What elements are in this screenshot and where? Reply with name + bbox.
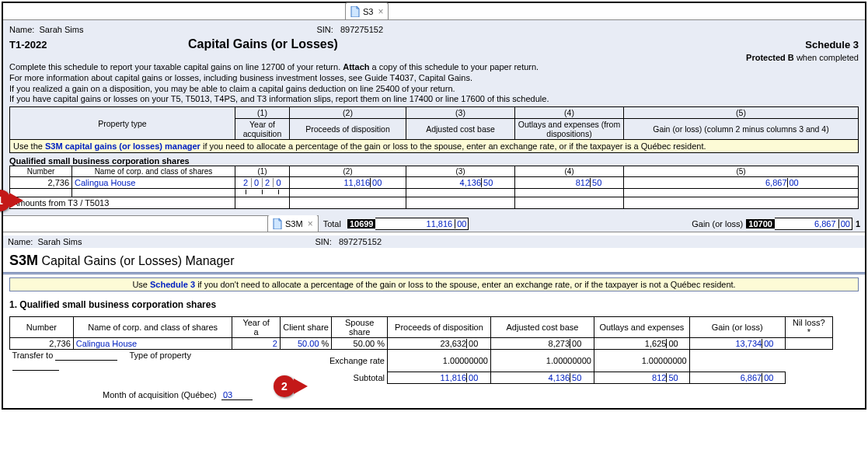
nil-loss-field[interactable] [785,338,832,350]
gain-loss-label: Gain (or loss) [692,219,743,228]
corp-name[interactable]: Calingua House [72,177,235,189]
link-s3m-manager[interactable]: S3M capital gains (or losses) manager [45,141,200,151]
tab-bar-lower: S3M × Total 10699 11,816 00 Gain (or los… [3,215,865,232]
yoa-field[interactable]: 2 [232,338,280,350]
year-field[interactable]: 2020 [238,178,287,187]
month-label: Month of acquisition (Québec) [103,390,217,399]
spouse-share-field[interactable]: 50.00 % [332,338,388,350]
exch1[interactable]: 1.00000000 [387,350,490,372]
close-icon[interactable]: × [378,6,383,17]
hint-s3m: Use the S3M capital gains (or losses) ma… [9,140,859,153]
type-field[interactable] [12,361,59,371]
month-field[interactable]: 03 [221,390,253,400]
tab-s3m[interactable]: S3M × [267,215,319,232]
code-10700: 10700 [746,219,775,228]
transfer-label: Transfer to [12,351,54,360]
name-value: Sarah Sims [40,25,84,34]
form-s3m: Name: Sarah Sims SIN: 897275152 S3M Capi… [3,232,865,408]
type-label: Type of property [129,351,191,360]
file-icon [350,6,360,17]
sin-value: 897275152 [339,237,382,246]
tab-s3-label: S3 [363,7,373,16]
name-label: Name: [8,237,33,246]
section1-title: Qualified small business corporation sha… [9,156,859,166]
name-label: Name: [9,25,34,34]
proceeds-field[interactable]: 23,63200 [387,338,490,350]
total-label: Total [323,219,344,228]
tab-s3[interactable]: S3 × [345,2,389,19]
s3m-table: Number Name of corp. and class of shares… [9,316,833,384]
file-icon [273,218,282,229]
column-headers: Property type (1) (2) (3) (4) (5) Year o… [9,106,859,140]
sin-label: SIN: [315,237,331,246]
instructions: Complete this schedule to report your ta… [9,62,859,105]
form-s3: Name: Sarah Sims SIN: 897275152 T1-2022 … [3,20,865,215]
hint-schedule3: Use Schedule 3 if you don't need to allo… [9,277,859,291]
protected-line: Protected B when completed [9,53,859,62]
sin-label: SIN: [316,25,333,34]
acb-field[interactable]: 8,27300 [490,338,594,350]
exch2[interactable]: 1.00000000 [490,350,594,372]
schedule-label: Schedule 3 [805,39,859,51]
gain-field[interactable]: 13,73400 [689,338,785,350]
page-title: Capital Gains (or Losses) [188,37,338,51]
table-row[interactable]: 2,736 Calingua House 2020 11,81600 4,136… [10,177,859,189]
link-schedule3[interactable]: Schedule 3 [150,280,195,289]
code-10699: 10699 [347,219,376,228]
table-row[interactable]: 2,736 Calingua House 2 50.00 % 50.00 % 2… [10,338,833,350]
exch3[interactable]: 1.00000000 [594,350,689,372]
t1-year: T1-2022 [9,39,188,51]
callout-2-pointer [294,379,308,394]
sin-value: 897275152 [340,25,383,34]
callout-2: 2 [274,375,295,397]
qsbc-table: Number Name of corp. and class of shares… [9,166,859,209]
s3m-title: S3M Capital Gains (or Losses) Manager [9,253,859,269]
corp-name[interactable]: Calingua House [73,338,232,350]
close-icon[interactable]: × [308,218,313,229]
exchange-rate-label: Exchange rate [280,350,387,372]
transfer-to-field[interactable] [55,351,117,361]
name-value: Sarah Sims [38,237,82,246]
outlays-field[interactable]: 81250 [515,177,624,189]
outlays-field[interactable]: 1,62500 [594,338,689,350]
proceeds-field[interactable]: 11,81600 [290,177,406,189]
acb-field[interactable]: 4,13650 [406,177,515,189]
s3m-section1-title: 1. Qualified small business corporation … [9,299,859,310]
amounts-from-label: Amounts from T3 / T5013 [10,197,235,209]
callout-1-pointer [9,193,23,208]
client-share-field[interactable]: 50.00 % [280,338,332,350]
tab-s3m-label: S3M [285,219,303,228]
tab-bar-upper: S3 × [3,3,865,20]
gain-field[interactable]: 6,86700 [624,177,859,189]
